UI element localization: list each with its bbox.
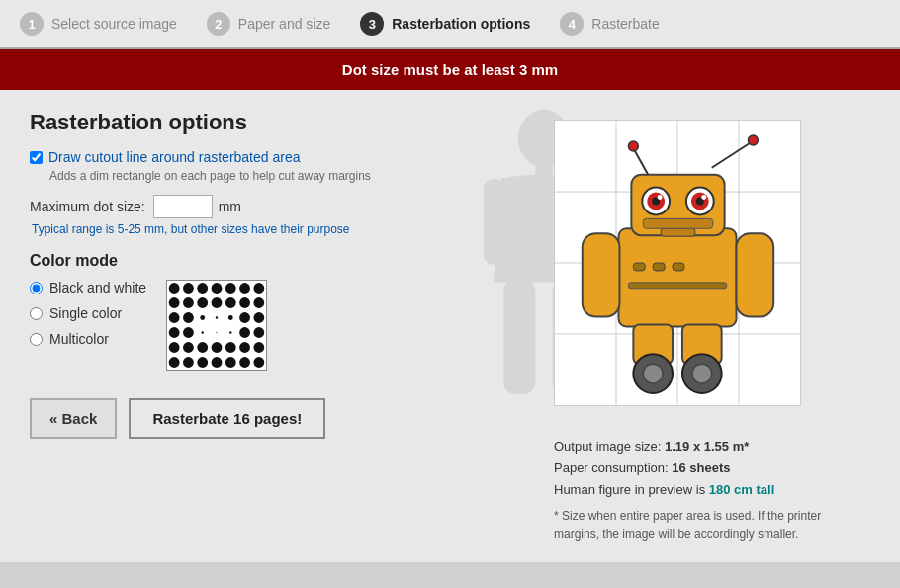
svg-point-25 xyxy=(701,195,706,200)
wizard-step-2[interactable]: 2 Paper and size xyxy=(207,12,330,36)
radio-multi[interactable] xyxy=(30,333,43,346)
main-content: Rasterbation options Draw cutout line ar… xyxy=(0,90,900,562)
cutout-line-sub: Adds a dim rectangle on each page to hel… xyxy=(49,169,465,183)
output-figure-label: Human figure in preview is xyxy=(554,482,705,497)
robot-preview-image xyxy=(554,120,801,406)
radio-row-single: Single color xyxy=(30,305,146,321)
radio-label-single[interactable]: Single color xyxy=(49,305,122,321)
left-panel: Rasterbation options Draw cutout line ar… xyxy=(30,110,465,543)
svg-point-39 xyxy=(692,364,712,383)
radio-single[interactable] xyxy=(30,307,43,320)
output-size-value: 1.19 x 1.55 m* xyxy=(665,439,749,454)
color-mode-title: Color mode xyxy=(30,252,465,270)
dot-size-unit: mm xyxy=(219,199,241,214)
cutout-line-label[interactable]: Draw cutout line around rasterbated area xyxy=(48,149,300,165)
dot-size-hint: Typical range is 5-25 mm, but other size… xyxy=(32,222,465,236)
step-num-1: 1 xyxy=(20,12,44,36)
radio-row-bw: Black and white xyxy=(30,280,146,295)
wizard-step-1[interactable]: 1 Select source image xyxy=(20,12,177,36)
dot-size-row: Maximum dot size: mm xyxy=(30,195,465,218)
output-consumption-label: Paper consumption: xyxy=(554,461,669,475)
step-label-4: Rasterbate xyxy=(591,16,659,32)
output-size-line: Output image size: 1.19 x 1.55 m* xyxy=(554,436,831,458)
cutout-line-row: Draw cutout line around rasterbated area xyxy=(30,149,465,165)
cutout-line-checkbox[interactable] xyxy=(30,151,43,164)
svg-rect-2 xyxy=(484,179,503,265)
svg-point-37 xyxy=(643,364,663,383)
output-info: Output image size: 1.19 x 1.55 m* Paper … xyxy=(554,436,831,543)
svg-rect-33 xyxy=(737,233,774,316)
step-label-1: Select source image xyxy=(51,16,177,32)
svg-point-29 xyxy=(748,135,758,145)
output-note: * Size when entire paper area is used. I… xyxy=(554,507,831,543)
svg-rect-15 xyxy=(673,263,684,271)
rasterbate-button[interactable]: Rasterbate 16 pages! xyxy=(129,398,325,439)
back-button[interactable]: « Back xyxy=(30,398,117,439)
svg-rect-14 xyxy=(653,263,665,271)
right-panel: Output image size: 1.19 x 1.55 m* Paper … xyxy=(495,110,870,543)
radio-bw[interactable] xyxy=(30,282,43,294)
preview-container xyxy=(495,110,811,426)
svg-rect-13 xyxy=(633,263,645,271)
output-figure-value: 180 cm tall xyxy=(709,482,775,497)
svg-rect-40 xyxy=(643,218,712,228)
radio-label-bw[interactable]: Black and white xyxy=(49,280,146,295)
radio-row-multi: Multicolor xyxy=(30,331,146,347)
error-banner: Dot size must be at least 3 mm xyxy=(0,49,900,90)
action-buttons: « Back Rasterbate 16 pages! xyxy=(30,398,465,439)
output-size-label: Output image size: xyxy=(554,439,661,454)
step-num-4: 4 xyxy=(560,12,584,36)
svg-point-24 xyxy=(658,195,663,200)
color-mode-radio-group: Black and white Single color Multicolor xyxy=(30,280,146,347)
step-label-3: Rasterbation options xyxy=(392,16,530,32)
output-figure-line: Human figure in preview is 180 cm tall xyxy=(554,479,831,501)
step-num-3: 3 xyxy=(360,12,384,36)
svg-rect-32 xyxy=(583,233,620,316)
output-consumption-line: Paper consumption: 16 sheets xyxy=(554,458,831,479)
step-label-2: Paper and size xyxy=(238,16,330,32)
svg-rect-31 xyxy=(661,228,695,236)
svg-line-26 xyxy=(633,148,648,175)
radio-label-multi[interactable]: Multicolor xyxy=(49,331,109,347)
page-title: Rasterbation options xyxy=(30,110,465,135)
step-num-2: 2 xyxy=(207,12,230,36)
wizard-step-3[interactable]: 3 Rasterbation options xyxy=(360,12,530,36)
wizard-bar: 1 Select source image 2 Paper and size 3… xyxy=(0,0,900,49)
svg-rect-16 xyxy=(628,283,726,289)
output-consumption-value: 16 sheets xyxy=(672,461,730,475)
dot-size-label: Maximum dot size: xyxy=(30,199,145,214)
error-message: Dot size must be at least 3 mm xyxy=(342,61,558,78)
svg-line-28 xyxy=(712,142,752,168)
svg-rect-4 xyxy=(503,280,535,394)
wizard-step-4[interactable]: 4 Rasterbate xyxy=(560,12,659,36)
dot-size-input[interactable] xyxy=(153,195,213,218)
svg-point-27 xyxy=(628,141,638,151)
dot-pattern-preview xyxy=(166,280,267,371)
svg-rect-12 xyxy=(618,228,736,326)
color-mode-area: Black and white Single color Multicolor xyxy=(30,280,465,371)
